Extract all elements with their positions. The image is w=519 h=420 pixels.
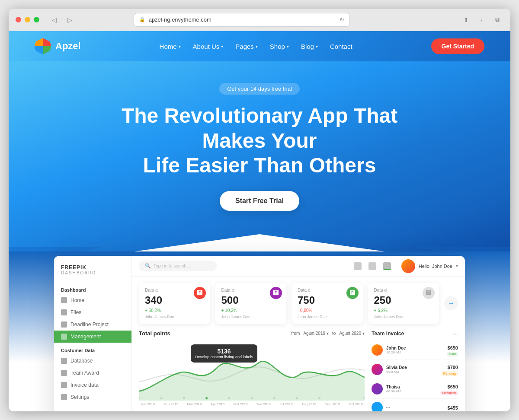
sidebar-item-award[interactable]: Team Award — [54, 367, 131, 379]
close-button[interactable] — [16, 17, 21, 22]
calendar-icon — [61, 321, 67, 328]
card-a-user: John James Doe — [145, 315, 204, 319]
back-button[interactable]: ◁ — [48, 14, 60, 26]
chart-filter-from-value[interactable]: Agust 2019 ▾ — [303, 331, 329, 336]
logo[interactable]: Apzel — [35, 38, 81, 54]
user-dropdown-icon[interactable]: ▾ — [456, 264, 458, 268]
cards-next-button[interactable]: → — [444, 296, 458, 310]
invoice-amount-section-3: $455 — [448, 404, 458, 411]
sidebar-item-deadline[interactable]: Deadline Project — [54, 318, 131, 331]
search-icon: 🔍 — [145, 263, 151, 269]
logo-text: Apzel — [55, 41, 81, 52]
invoice-status-2: Declined — [440, 391, 458, 395]
invoice-name-1: Silvia Doe — [386, 365, 438, 370]
file-icon — [61, 309, 67, 315]
svg-point-9 — [273, 397, 276, 399]
chart-filter-to-value[interactable]: Agust 2020 ▾ — [339, 331, 365, 336]
card-b-change: + 10,2% — [221, 308, 281, 313]
invoice-info-1: Silvia Doe 9:28 AM — [386, 365, 438, 374]
new-tab-button[interactable]: + — [476, 14, 488, 26]
nav-blog[interactable]: Blog ▾ — [301, 43, 318, 50]
invoice-more-button[interactable]: ··· — [453, 330, 458, 337]
invoice-amount-0: $650 — [448, 345, 458, 350]
invoice-item-2: Thaisa 06:06 AM $650 Declined — [372, 379, 458, 399]
search-bar[interactable]: 🔍 Type in to search... — [139, 261, 217, 271]
database-icon — [61, 358, 67, 364]
chart-filter-from-label: from — [291, 331, 300, 336]
invoice-amount-1: $700 — [448, 365, 458, 370]
stat-card-b: Data b 500 + 10,2% John James Doe 🅿 — [215, 283, 287, 324]
stat-card-a: Data a 340 + 50,2% John James Doe 🅿 — [139, 283, 210, 324]
chart-tooltip: 5136 Develop content listing and labels — [191, 344, 257, 363]
user-section: Hello, John Doe ▾ — [401, 259, 458, 273]
sidebar-item-database[interactable]: Database — [54, 355, 131, 367]
topbar-icons — [354, 262, 391, 270]
chart-title: Total points — [139, 330, 170, 337]
refresh-icon[interactable]: ↻ — [340, 16, 344, 23]
user-name: Hello, John Doe — [419, 264, 452, 269]
invoice-info-0: John Doe 10:26 AM — [386, 346, 443, 354]
nav-contact[interactable]: Contact — [330, 43, 352, 50]
nav-pages-arrow: ▾ — [256, 44, 258, 49]
dashboard-bottom: Total points from Agust 2019 ▾ to Agust … — [132, 330, 465, 411]
get-started-button[interactable]: Get Started — [431, 38, 484, 54]
team-invoice: Team Invoice ··· John Doe 10:26 AM — [372, 330, 458, 411]
invoice-avatar-3 — [372, 402, 383, 411]
svg-point-11 — [318, 397, 320, 399]
svg-point-6 — [205, 397, 208, 399]
dashboard-topbar: 🔍 Type in to search... Hello, John Doe ▾ — [132, 256, 465, 277]
invoice-time-2: 06:06 AM — [386, 389, 437, 393]
nav-about[interactable]: About Us ▾ — [193, 43, 224, 50]
calendar-topbar-icon[interactable] — [368, 262, 376, 270]
sidebar-item-invoice[interactable]: Invoice data — [54, 379, 131, 391]
forward-button[interactable]: ▷ — [64, 14, 76, 26]
invoice-avatar-1 — [372, 364, 383, 375]
sidebar-item-settings[interactable]: Settings — [54, 391, 131, 403]
invoice-avatar-0 — [372, 344, 383, 356]
chart-filter-to-label: to — [332, 331, 336, 336]
url-text: apzel-ng.envytheme.com — [149, 16, 211, 23]
user-avatar — [401, 259, 415, 273]
invoice-name-2: Thaisa — [386, 385, 437, 389]
invoice-name-3: ··· — [386, 405, 444, 410]
card-a-change: + 50,2% — [145, 308, 204, 313]
invoice-status-1: Pending — [441, 371, 458, 376]
invoice-status-0: Paid — [447, 352, 458, 356]
tabs-button[interactable]: ⧉ — [491, 14, 503, 26]
card-b-icon: 🅿 — [270, 287, 282, 299]
url-bar[interactable]: 🔒 apzel-ng.envytheme.com ↻ — [134, 13, 350, 27]
home-icon — [61, 297, 67, 303]
sidebar-item-management[interactable]: Management — [54, 331, 131, 343]
invoice-time-1: 9:28 AM — [386, 370, 438, 374]
nav-home[interactable]: Home ▾ — [160, 43, 181, 50]
bell-icon[interactable] — [354, 262, 362, 270]
dashboard-sidebar: FREEPIK DASHBOARD Dashboard Home Files — [54, 256, 132, 411]
minimize-button[interactable] — [25, 17, 30, 22]
nav-menu: Home ▾ About Us ▾ Pages ▾ Shop ▾ Blog — [160, 43, 352, 50]
share-button[interactable]: ⬆ — [460, 14, 472, 26]
invoice-item-1: Silvia Doe 9:28 AM $700 Pending — [372, 360, 458, 379]
sidebar-item-home[interactable]: Home — [54, 294, 131, 306]
nav-about-arrow: ▾ — [221, 44, 223, 49]
card-a-icon: 🅿 — [194, 287, 206, 299]
stat-card-d: Data d 250 + 6,2% John James Doe 🅿 — [368, 283, 439, 324]
nav-pages[interactable]: Pages ▾ — [235, 43, 258, 50]
start-trial-button[interactable]: Start Free Trial — [220, 191, 299, 211]
invoice-amount-section-2: $650 Declined — [440, 382, 458, 395]
sidebar-item-files[interactable]: Files — [54, 306, 131, 318]
invoice-icon — [61, 382, 67, 388]
card-c-user: John James Doe — [298, 315, 357, 319]
management-icon — [61, 334, 67, 340]
svg-point-10 — [296, 397, 298, 399]
sidebar-section-dashboard: Dashboard — [54, 284, 131, 294]
search-placeholder: Type in to search... — [154, 264, 190, 268]
award-icon — [61, 370, 67, 376]
browser-window: ◁ ▷ 🔒 apzel-ng.envytheme.com ↻ ⬆ + ⧉ Apz… — [9, 9, 510, 411]
chart-filters: from Agust 2019 ▾ to Agust 2020 ▾ — [291, 331, 365, 336]
sidebar-brand: FREEPIK DASHBOARD — [54, 264, 131, 284]
browser-action-buttons: ⬆ + ⧉ — [460, 14, 503, 26]
nav-shop[interactable]: Shop ▾ — [270, 43, 289, 50]
user-topbar-icon[interactable] — [383, 262, 391, 270]
maximize-button[interactable] — [34, 17, 39, 22]
invoice-amount-3: $455 — [448, 405, 458, 410]
